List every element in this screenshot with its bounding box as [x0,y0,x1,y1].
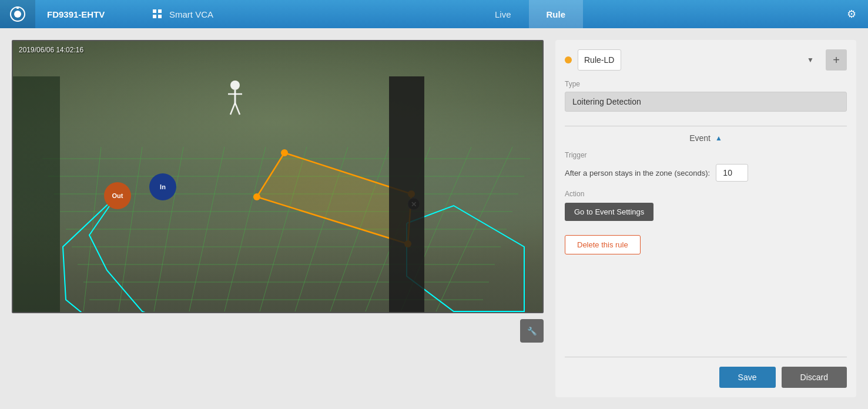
trigger-section: Trigger After a person stays in the zone… [565,151,847,182]
svg-point-24 [230,81,240,90]
trigger-text: After a person stays in the zone (second… [565,169,710,177]
smartvca-label: Smart VCA [169,9,213,19]
dropdown-arrow-icon: ▼ [807,56,814,64]
save-button[interactable]: Save [719,367,776,388]
trigger-value-input[interactable] [716,164,748,182]
person-icon [228,81,242,115]
bottom-bar: Save Discard [565,357,847,388]
event-header[interactable]: Event ▲ [565,133,847,143]
logo[interactable] [0,0,35,28]
top-nav: Live Rule [477,0,583,28]
action-section: Action Go to Event Settings [565,190,847,221]
svg-line-27 [230,103,235,115]
rule-dropdown[interactable]: Rule-LD [578,49,621,71]
discard-button[interactable]: Discard [782,367,847,388]
add-rule-button[interactable]: + [826,49,847,71]
divider-1 [565,126,847,126]
video-timestamp: 2019/06/06 14:02:16 [19,46,83,54]
action-label: Action [565,190,847,198]
rule-status-dot [565,56,572,63]
corner-dot-1[interactable] [281,149,288,156]
svg-rect-2 [16,6,19,9]
device-title: FD9391-EHTV [35,9,141,19]
camera-scene: ✕ Out In [13,41,542,312]
video-overlay: ✕ [13,41,544,313]
grid-icon [153,9,162,19]
video-toolbar: 🔧 [12,319,544,343]
type-section: Type Loitering Detection [565,80,847,112]
rule-selector: Rule-LD ▼ + [565,49,847,71]
in-button[interactable]: In [149,173,176,200]
main-content: 2019/06/06 14:02:16 [0,28,868,409]
type-value: Loitering Detection [565,92,847,112]
tool-wrench-button[interactable]: 🔧 [520,319,544,343]
topbar: FD9391-EHTV Smart VCA Live Rule ⚙ [0,0,868,28]
nav-live[interactable]: Live [477,0,529,28]
nav-rule[interactable]: Rule [529,0,584,28]
goto-event-settings-button[interactable]: Go to Event Settings [565,203,653,221]
trigger-label: Trigger [565,151,847,159]
right-panel: Rule-LD ▼ + Type Loitering Detection Eve… [555,40,856,397]
out-button[interactable]: Out [104,182,131,209]
video-panel: 2019/06/06 14:02:16 [12,40,544,397]
settings-icon[interactable]: ⚙ [835,8,868,21]
svg-line-28 [235,103,240,115]
smartvca-nav[interactable]: Smart VCA [141,9,225,19]
pillar-left [13,76,60,313]
event-label: Event [689,133,711,143]
delete-rule-button[interactable]: Delete this rule [565,235,641,254]
orange-rule-zone [257,153,411,244]
trigger-row: After a person stays in the zone (second… [565,164,847,182]
svg-point-1 [14,11,21,18]
rule-dropdown-wrapper: Rule-LD ▼ [578,49,820,71]
logo-icon [9,5,26,23]
cyan-zone-left [63,197,248,313]
corner-dot-4[interactable] [253,193,260,200]
wrench-icon: 🔧 [527,327,537,336]
event-collapse-icon: ▲ [715,134,722,142]
pillar-center [389,76,424,313]
type-label: Type [565,80,847,88]
video-container: 2019/06/06 14:02:16 [12,40,544,313]
